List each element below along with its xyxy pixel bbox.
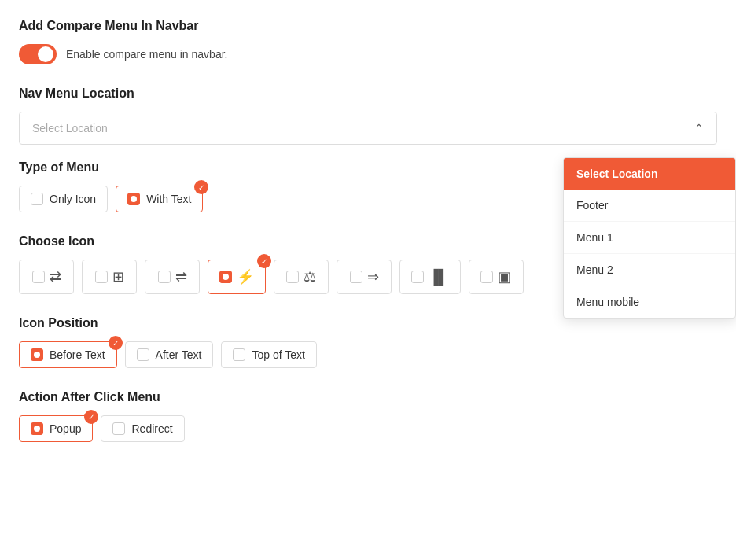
icon-4-checkbox[interactable]	[219, 271, 232, 283]
icon-option-3[interactable]: ⇌	[145, 260, 200, 294]
icon-6-symbol: ⇒	[367, 268, 379, 286]
icon-option-2[interactable]: ⊞	[82, 260, 137, 294]
after-text-checkbox[interactable]	[137, 348, 149, 361]
icon-option-4[interactable]: ✓ ⚡	[208, 260, 266, 294]
add-compare-section: Add Compare Menu In Navbar Enable compar…	[19, 19, 717, 64]
after-text-option[interactable]: After Text	[125, 341, 214, 368]
add-compare-title: Add Compare Menu In Navbar	[19, 19, 717, 33]
icon-position-section: Icon Position ✓ Before Text After Text T…	[19, 316, 717, 368]
icon-option-6[interactable]: ⇒	[337, 260, 392, 294]
before-text-check-badge: ✓	[109, 336, 123, 350]
before-text-label: Before Text	[50, 348, 105, 361]
popup-check-badge: ✓	[84, 410, 98, 424]
dropdown-item-menu2[interactable]: Menu 2	[564, 254, 735, 286]
with-text-option[interactable]: ✓ With Text	[116, 186, 203, 212]
icon-5-symbol: ⚖	[304, 268, 316, 286]
dropdown-item-menu-mobile[interactable]: Menu mobile	[564, 286, 735, 318]
toggle-row: Enable compare menu in navbar.	[19, 44, 717, 64]
icon-option-5[interactable]: ⚖	[274, 260, 329, 294]
icon-1-symbol: ⇄	[50, 268, 61, 286]
popup-option[interactable]: ✓ Popup	[19, 415, 93, 442]
icon-7-symbol: ▐▌	[429, 269, 449, 286]
only-icon-label: Only Icon	[50, 193, 96, 205]
dropdown-header: Select Location	[564, 158, 735, 190]
only-icon-option[interactable]: Only Icon	[19, 186, 108, 212]
dropdown-item-menu1[interactable]: Menu 1	[564, 222, 735, 254]
icon-option-7[interactable]: ▐▌	[399, 260, 461, 294]
icon-2-checkbox[interactable]	[95, 271, 108, 283]
icon-option-1[interactable]: ⇄	[19, 260, 74, 294]
with-text-checkbox[interactable]	[127, 193, 140, 205]
select-location-dropdown[interactable]: Select Location ⌃	[19, 112, 717, 145]
redirect-checkbox[interactable]	[112, 422, 125, 435]
before-text-checkbox[interactable]	[31, 348, 43, 361]
icon-3-checkbox[interactable]	[158, 271, 171, 283]
icon-8-symbol: ▣	[498, 268, 511, 286]
icon-2-symbol: ⊞	[112, 268, 124, 286]
with-text-label: With Text	[146, 193, 191, 205]
top-of-text-option[interactable]: Top of Text	[221, 341, 316, 368]
top-of-text-label: Top of Text	[252, 348, 304, 361]
popup-checkbox[interactable]	[31, 422, 43, 435]
with-text-check-badge: ✓	[194, 180, 208, 194]
popup-label: Popup	[50, 422, 81, 435]
icon-4-check-badge: ✓	[257, 254, 271, 268]
icon-5-checkbox[interactable]	[286, 271, 299, 283]
icon-8-checkbox[interactable]	[480, 271, 493, 283]
redirect-option[interactable]: Redirect	[101, 415, 184, 442]
top-of-text-checkbox[interactable]	[233, 348, 245, 361]
redirect-label: Redirect	[131, 422, 172, 435]
dropdown-item-footer[interactable]: Footer	[564, 190, 735, 222]
enable-compare-toggle[interactable]	[19, 44, 57, 64]
icon-6-checkbox[interactable]	[350, 271, 362, 283]
icon-3-symbol: ⇌	[175, 268, 187, 286]
select-placeholder: Select Location	[32, 122, 108, 134]
action-after-click-title: Action After Click Menu	[19, 390, 717, 404]
action-after-click-section: Action After Click Menu ✓ Popup Redirect	[19, 390, 717, 442]
icon-4-symbol: ⚡	[237, 268, 254, 286]
after-text-label: After Text	[156, 348, 202, 361]
icon-option-8[interactable]: ▣	[469, 260, 524, 294]
location-dropdown-menu: Select Location Footer Menu 1 Menu 2 Men…	[563, 157, 736, 319]
position-options: ✓ Before Text After Text Top of Text	[19, 341, 717, 368]
icon-7-checkbox[interactable]	[411, 271, 424, 283]
nav-menu-title: Nav Menu Location	[19, 87, 717, 101]
chevron-up-icon: ⌃	[694, 122, 704, 134]
toggle-label: Enable compare menu in navbar.	[66, 48, 227, 61]
before-text-option[interactable]: ✓ Before Text	[19, 341, 117, 368]
only-icon-checkbox[interactable]	[31, 193, 43, 205]
nav-menu-section: Nav Menu Location Select Location ⌃	[19, 87, 717, 145]
icon-1-checkbox[interactable]	[32, 271, 45, 283]
action-options: ✓ Popup Redirect	[19, 415, 717, 442]
